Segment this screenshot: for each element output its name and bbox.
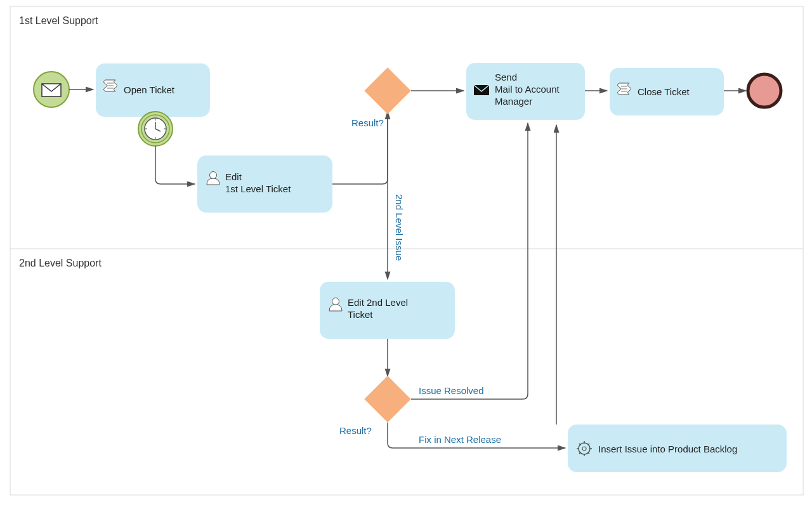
end-event[interactable] xyxy=(748,74,781,107)
lane-2-label: 2nd Level Support xyxy=(19,258,102,268)
label-issue-resolved: Issue Resolved xyxy=(419,385,484,396)
gateway2-label: Result? xyxy=(339,425,372,436)
timer-boundary-event[interactable] xyxy=(138,112,173,146)
task-open-ticket[interactable]: Open Ticket xyxy=(96,63,210,117)
edit2-line1: Edit 2nd Level xyxy=(348,297,408,308)
start-event[interactable] xyxy=(34,72,69,107)
lane-1-label: 1st Level Support xyxy=(19,15,98,26)
close-ticket-label: Close Ticket xyxy=(638,86,690,97)
task-edit1-line2: 1st Level Ticket xyxy=(225,183,291,194)
task-send-mail[interactable]: Send Mail to Account Manager xyxy=(466,63,585,120)
svg-point-22 xyxy=(748,74,781,107)
sendmail-line2: Mail to Account xyxy=(495,84,560,95)
label-2nd-level-issue: 2nd Level Issue xyxy=(394,194,405,261)
bpmn-diagram: 1st Level Support 2nd Level Support Open… xyxy=(0,0,812,507)
edit2-line2: Ticket xyxy=(348,309,373,320)
task-edit-2nd-level[interactable]: Edit 2nd Level Ticket xyxy=(320,282,455,339)
sendmail-line3: Manager xyxy=(495,96,532,107)
svg-point-14 xyxy=(210,172,217,179)
label-fix-next: Fix in Next Release xyxy=(419,434,501,445)
envelope-icon xyxy=(474,85,489,95)
gateway1-label: Result? xyxy=(351,117,384,128)
task-close-ticket[interactable]: Close Ticket xyxy=(610,68,724,115)
svg-point-24 xyxy=(332,298,339,305)
task-open-ticket-label: Open Ticket xyxy=(124,84,175,95)
sendmail-line1: Send xyxy=(495,72,517,82)
task-edit-1st-level[interactable]: Edit 1st Level Ticket xyxy=(197,155,332,213)
task-insert-backlog[interactable]: Insert Issue into Product Backlog xyxy=(568,425,787,472)
task-edit1-line1: Edit xyxy=(225,171,242,182)
insert-backlog-label: Insert Issue into Product Backlog xyxy=(598,444,737,454)
